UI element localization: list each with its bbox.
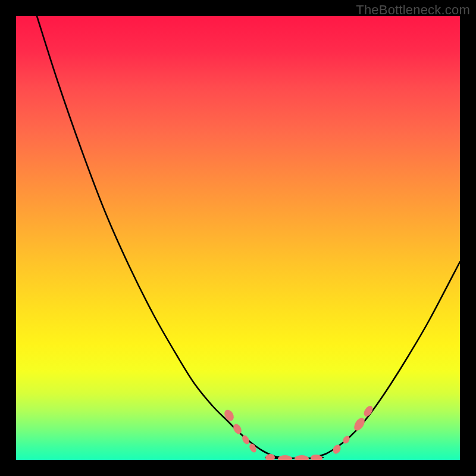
bottleneck-curve	[37, 16, 460, 458]
watermark-text: TheBottleneck.com	[356, 2, 470, 18]
valley-marker	[352, 416, 367, 433]
plot-area	[16, 16, 460, 460]
outer-frame: TheBottleneck.com	[0, 0, 476, 476]
valley-marker	[295, 455, 309, 460]
valley-marker	[278, 455, 292, 460]
valley-marker	[265, 453, 275, 460]
curve-group	[37, 16, 460, 458]
valley-markers	[223, 404, 375, 460]
valley-marker	[248, 443, 258, 454]
chart-svg	[16, 16, 460, 460]
valley-marker	[231, 422, 243, 436]
valley-marker	[223, 408, 236, 422]
